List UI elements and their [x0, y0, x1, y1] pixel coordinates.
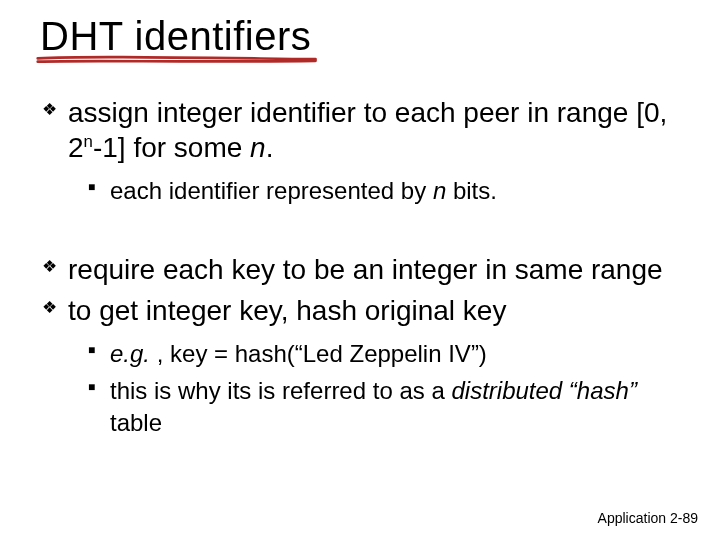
slide: DHT identifiers assign integer identifie… [0, 0, 720, 540]
text: require each key to be an integer in sam… [68, 254, 663, 285]
sub-list: each identifier represented by n bits. [88, 175, 692, 206]
sub-bullet-distributed: this is why its is referred to as a dist… [88, 375, 692, 437]
title-wrap: DHT identifiers [40, 14, 311, 59]
slide-footer: Application 2-89 [598, 510, 698, 526]
italic-n: n [250, 132, 266, 163]
text: bits. [446, 177, 497, 204]
italic-distributed-hash: distributed “hash” [451, 377, 636, 404]
italic-eg: e.g. [110, 340, 150, 367]
sub-bullet-nbits: each identifier represented by n bits. [88, 175, 692, 206]
bullet-list-1: assign integer identifier to each peer i… [42, 95, 692, 206]
page-title: DHT identifiers [40, 14, 311, 59]
text: this is why its is referred to as a [110, 377, 451, 404]
text: . [266, 132, 274, 163]
bullet-hash: to get integer key, hash original key e.… [42, 293, 692, 438]
text: table [110, 409, 162, 436]
text: each identifier represented by [110, 177, 433, 204]
spacer [42, 230, 692, 252]
sub-bullet-example: e.g. , key = hash(“Led Zeppelin IV”) [88, 338, 692, 369]
bullet-assign: assign integer identifier to each peer i… [42, 95, 692, 206]
bullet-list-2: require each key to be an integer in sam… [42, 252, 692, 438]
superscript-n: n [84, 132, 93, 151]
content: assign integer identifier to each peer i… [42, 95, 692, 438]
sub-list: e.g. , key = hash(“Led Zeppelin IV”) thi… [88, 338, 692, 438]
text: -1] for some [93, 132, 250, 163]
text: , key = hash(“Led Zeppelin IV”) [150, 340, 487, 367]
bullet-require: require each key to be an integer in sam… [42, 252, 692, 287]
italic-n: n [433, 177, 446, 204]
text: to get integer key, hash original key [68, 295, 506, 326]
